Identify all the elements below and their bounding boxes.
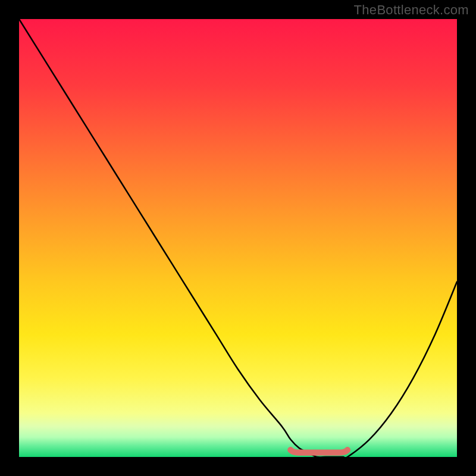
plot-area [19, 19, 457, 457]
watermark-text: TheBottleneck.com [354, 2, 469, 18]
chart-frame: TheBottleneck.com [0, 0, 476, 476]
svg-rect-0 [19, 19, 457, 457]
background-gradient [19, 19, 457, 457]
